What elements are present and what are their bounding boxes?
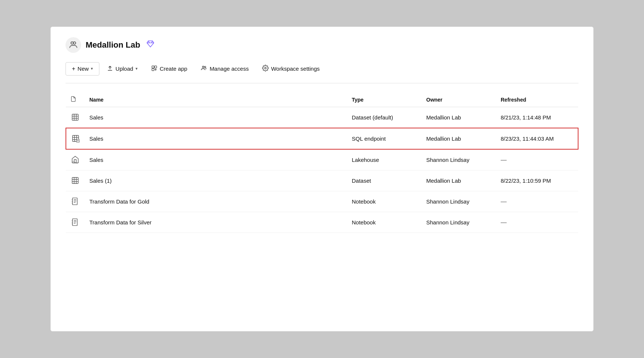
notebook-icon (70, 196, 80, 206)
col-header-icon (66, 92, 85, 107)
row-icon-cell (66, 191, 85, 212)
workspace-icon (66, 37, 81, 53)
workspace-header: Medallion Lab (66, 37, 578, 53)
workspace-title: Medallion Lab (86, 40, 140, 50)
upload-button[interactable]: Upload ▾ (101, 62, 144, 76)
row-owner: Shannon Lindsay (422, 212, 496, 233)
row-refreshed: — (496, 191, 578, 212)
premium-icon (146, 40, 154, 50)
dataset-icon (70, 176, 80, 185)
col-header-owner: Owner (422, 92, 496, 107)
row-owner: Shannon Lindsay (422, 191, 496, 212)
col-header-type: Type (347, 92, 422, 107)
row-type: Dataset (347, 170, 422, 191)
dash-value: — (501, 157, 507, 163)
table-row[interactable]: Transform Data for GoldNotebookShannon L… (66, 191, 578, 212)
row-type: SQL endpoint (347, 128, 422, 149)
items-table: Name Type Owner Refreshed SalesDataset (… (66, 92, 578, 233)
svg-rect-3 (154, 66, 157, 68)
row-refreshed: — (496, 149, 578, 170)
table-row[interactable]: Sales (1)DatasetMedallion Lab8/22/23, 1:… (66, 170, 578, 191)
svg-point-1 (73, 42, 76, 44)
row-owner: Medallion Lab (422, 128, 496, 149)
sql_endpoint-icon (71, 134, 80, 143)
row-refreshed: — (496, 212, 578, 233)
manage-access-button[interactable]: Manage access (195, 62, 255, 76)
dataset-icon (70, 112, 80, 122)
dash-value: — (501, 198, 507, 205)
row-refreshed: 8/23/23, 11:44:03 AM (496, 128, 578, 149)
row-icon-cell (66, 149, 85, 170)
row-name: Sales (1) (85, 170, 347, 191)
row-name: Transform Data for Gold (85, 191, 347, 212)
new-label: New (77, 65, 89, 72)
dash-value: — (501, 219, 507, 226)
row-type: Lakehouse (347, 149, 422, 170)
svg-point-0 (71, 42, 74, 44)
row-refreshed: 8/22/23, 1:10:59 PM (496, 170, 578, 191)
toolbar: + New ▾ Upload ▾ C (66, 62, 578, 83)
row-refreshed: 8/21/23, 1:14:48 PM (496, 107, 578, 128)
workspace-settings-button[interactable]: Workspace settings (256, 62, 326, 76)
row-icon-cell (66, 212, 85, 233)
main-window: Medallion Lab + New ▾ Upload ▾ (50, 26, 594, 332)
upload-chevron-icon: ▾ (136, 66, 138, 71)
table-row[interactable]: SalesDataset (default)Medallion Lab8/21/… (66, 107, 578, 128)
plus-icon: + (72, 65, 75, 72)
col-header-name: Name (85, 92, 347, 107)
row-icon-cell (66, 107, 85, 128)
svg-rect-31 (73, 219, 77, 226)
row-type: Dataset (default) (347, 107, 422, 128)
svg-point-5 (203, 66, 204, 68)
table-row[interactable]: SalesLakehouseShannon Lindsay— (66, 149, 578, 170)
row-name: Sales (85, 149, 347, 170)
row-type: Notebook (347, 191, 422, 212)
svg-rect-24 (73, 198, 77, 205)
row-name: Sales (85, 107, 347, 128)
manage-access-icon (201, 65, 207, 73)
workspace-settings-label: Workspace settings (271, 65, 320, 72)
svg-point-6 (204, 66, 206, 68)
row-name: Transform Data for Silver (85, 212, 347, 233)
create-app-button[interactable]: Create app (145, 62, 193, 76)
row-type: Notebook (347, 212, 422, 233)
svg-rect-2 (152, 66, 154, 68)
manage-access-label: Manage access (210, 65, 249, 72)
create-app-icon (151, 65, 157, 73)
row-owner: Medallion Lab (422, 107, 496, 128)
row-owner: Medallion Lab (422, 170, 496, 191)
col-header-refreshed: Refreshed (496, 92, 578, 107)
upload-label: Upload (115, 65, 133, 72)
svg-rect-8 (72, 114, 79, 121)
table-row[interactable]: Transform Data for SilverNotebookShannon… (66, 212, 578, 233)
upload-icon (107, 65, 113, 73)
row-icon-cell (66, 128, 85, 149)
svg-point-7 (265, 67, 267, 69)
row-name: Sales (85, 128, 347, 149)
new-chevron-icon: ▾ (91, 66, 93, 71)
notebook-icon (70, 217, 80, 227)
svg-rect-4 (152, 68, 154, 71)
new-button[interactable]: + New ▾ (66, 62, 99, 76)
create-app-label: Create app (160, 65, 187, 72)
lakehouse-icon (70, 155, 80, 164)
svg-rect-19 (72, 178, 79, 184)
row-icon-cell (66, 170, 85, 191)
workspace-settings-icon (262, 65, 269, 73)
table-row[interactable]: SalesSQL endpointMedallion Lab8/23/23, 1… (66, 128, 578, 149)
row-owner: Shannon Lindsay (422, 149, 496, 170)
